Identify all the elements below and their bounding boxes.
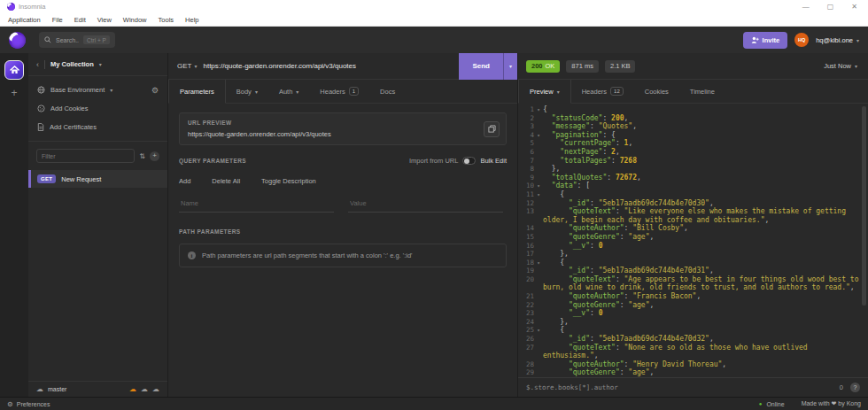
avatar[interactable]: HQ xyxy=(794,33,809,47)
code-line: 17 }, xyxy=(518,250,868,259)
response-history-dropdown[interactable]: Just Now ▾ xyxy=(824,62,860,70)
tab-label: Body xyxy=(236,88,252,96)
status-badge: 200 OK xyxy=(526,60,560,73)
tab-response-headers[interactable]: Headers12 xyxy=(571,80,634,103)
code-line: 15 "quoteGenre": "age", xyxy=(518,233,868,242)
delete-all-button[interactable]: Delete All xyxy=(212,177,240,185)
code-line: 5 "currentPage": 1, xyxy=(518,139,868,148)
menu-view[interactable]: View xyxy=(97,16,112,24)
invite-person-icon xyxy=(751,36,759,43)
tab-parameters[interactable]: Parameters xyxy=(168,80,226,104)
menu-application[interactable]: Application xyxy=(8,16,41,24)
import-from-url-label[interactable]: Import from URL xyxy=(409,157,458,165)
copy-icon xyxy=(488,125,496,133)
scrollbar[interactable] xyxy=(862,106,866,306)
method-selector[interactable]: GET xyxy=(177,62,191,70)
code-line: 9 "totalQuotes": 72672, xyxy=(518,174,868,182)
chevron-down-icon: ▾ xyxy=(99,61,102,67)
copy-url-button[interactable] xyxy=(484,121,500,137)
response-body[interactable]: 1▾{2 "statusCode": 200,3 "message": "Quo… xyxy=(518,104,868,377)
back-chevron-icon[interactable]: ‹ xyxy=(36,60,39,69)
sort-button[interactable]: ⇅ xyxy=(139,152,145,160)
code-line: 29 "quoteGenre": "age", xyxy=(518,368,868,377)
tab-preview[interactable]: Preview▾ xyxy=(518,80,571,104)
account-menu[interactable]: hq@kibi.one ▾ xyxy=(816,36,859,44)
param-value-input[interactable] xyxy=(348,199,503,213)
param-name-input[interactable] xyxy=(179,199,334,213)
bulk-edit-label[interactable]: Bulk Edit xyxy=(480,157,507,165)
menu-window[interactable]: Window xyxy=(123,16,147,24)
gear-icon: ⚙ xyxy=(7,400,13,408)
close-icon[interactable]: ✕ xyxy=(851,3,857,11)
code-line: 28 "quoteAuthor": "Henry David Thoreau", xyxy=(518,360,868,369)
toggle-description-button[interactable]: Toggle Description xyxy=(261,177,316,185)
environment-label: Base Environment xyxy=(50,86,105,94)
tab-docs[interactable]: Docs xyxy=(369,80,406,103)
parameters-pane: URL PREVIEW https://quote-garden.onrende… xyxy=(168,104,517,397)
code-line: 12 "_id": "5eb17aadb69dc744b4e70d30", xyxy=(518,199,868,208)
response-panel: 200 OK 871 ms 2.1 KB Just Now ▾ Preview▾… xyxy=(518,53,868,397)
add-request-button[interactable]: + xyxy=(150,151,159,161)
home-button[interactable] xyxy=(4,60,24,80)
invite-button[interactable]: Invite xyxy=(743,32,788,49)
add-certificates-label: Add Certificates xyxy=(50,123,97,131)
tab-headers[interactable]: Headers1 xyxy=(309,80,369,103)
window-title: Insomnia xyxy=(19,3,45,11)
chevron-down-icon: ▾ xyxy=(855,63,857,69)
send-button[interactable]: Send xyxy=(459,53,503,80)
add-param-button[interactable]: Add xyxy=(179,177,190,185)
preferences-button[interactable]: Preferences xyxy=(17,401,50,407)
tab-timeline[interactable]: Timeline xyxy=(679,80,725,103)
url-input[interactable]: https://quote-garden.onrender.com/api/v3… xyxy=(203,62,356,70)
insomnia-logo-icon xyxy=(7,3,15,11)
base-environment-item[interactable]: Base Environment ▾ ⚙ xyxy=(28,81,167,99)
git-sync-row[interactable]: ☁ master ☁ ☁ ☁ xyxy=(28,381,167,397)
plus-circle-icon: + xyxy=(150,151,159,161)
code-line: 18▾ { xyxy=(518,259,868,267)
code-line: 25▾ { xyxy=(518,326,868,335)
response-headers-count-badge: 12 xyxy=(610,87,624,96)
method-badge: GET xyxy=(37,174,56,183)
maximize-icon[interactable]: ▢ xyxy=(827,3,834,11)
tab-auth[interactable]: Auth▾ xyxy=(268,80,309,103)
code-line: 1▾{ xyxy=(518,105,868,114)
global-search[interactable]: Search.. Ctrl + P xyxy=(39,32,115,48)
help-icon[interactable]: ? xyxy=(850,383,860,392)
tab-label: Auth xyxy=(279,88,292,96)
online-dot-icon: ● xyxy=(759,401,763,406)
collection-name[interactable]: My Collection xyxy=(50,60,94,68)
environment-gear-icon[interactable]: ⚙ xyxy=(151,86,159,95)
chevron-down-icon: ▾ xyxy=(557,89,560,95)
response-filter-input[interactable] xyxy=(526,383,833,391)
send-options-button[interactable]: ▾ xyxy=(503,53,517,80)
info-icon: i xyxy=(188,251,196,259)
add-cookies-item[interactable]: Add Cookies xyxy=(28,99,167,118)
app-header: Search.. Ctrl + P Invite HQ hq@kibi.one … xyxy=(0,27,868,53)
menu-tools[interactable]: Tools xyxy=(159,16,174,24)
status-bar: ⚙ Preferences ● Online Made with ❤ by Ko… xyxy=(0,397,868,410)
add-project-button[interactable]: + xyxy=(11,88,17,98)
menu-file[interactable]: File xyxy=(52,16,63,24)
divider xyxy=(44,60,45,69)
menu-help[interactable]: Help xyxy=(185,16,198,24)
cloud-pull-icon[interactable]: ☁ xyxy=(141,385,148,393)
response-filter-bar: 0 ? xyxy=(518,377,868,397)
request-list-item[interactable]: GET New Request xyxy=(28,170,167,188)
home-icon xyxy=(10,66,19,74)
cloud-push-icon[interactable]: ☁ xyxy=(152,385,159,393)
tab-body[interactable]: Body▾ xyxy=(226,80,268,103)
search-shortcut: Ctrl + P xyxy=(83,35,110,44)
minimize-icon[interactable]: — xyxy=(802,3,810,11)
add-certificates-item[interactable]: Add Certificates xyxy=(28,118,167,136)
sort-icon: ⇅ xyxy=(139,152,145,160)
cloud-sync-icon[interactable]: ☁ xyxy=(129,385,136,393)
headers-count-badge: 1 xyxy=(349,87,359,96)
os-titlebar: Insomnia — ▢ ✕ xyxy=(0,0,868,13)
tab-label: Timeline xyxy=(690,88,715,96)
request-panel: GET ▾ https://quote-garden.onrender.com/… xyxy=(168,53,518,397)
filter-input[interactable] xyxy=(36,149,135,163)
bulk-edit-toggle[interactable] xyxy=(462,157,476,165)
tab-cookies[interactable]: Cookies xyxy=(634,80,679,103)
branch-name: master xyxy=(48,386,66,392)
menu-edit[interactable]: Edit xyxy=(74,16,86,24)
